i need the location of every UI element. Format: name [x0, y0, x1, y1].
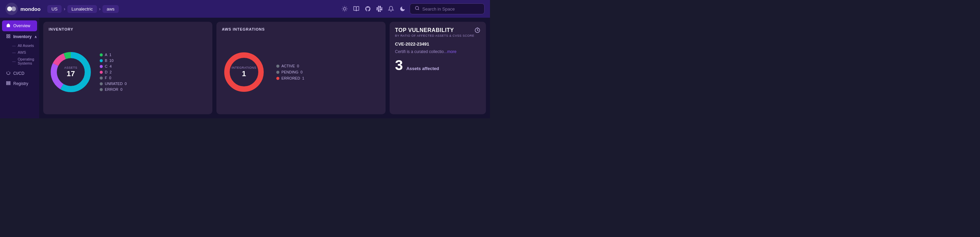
cicd-icon: [6, 71, 11, 76]
sidebar-item-cicd[interactable]: CI/CD: [2, 69, 37, 78]
legend-label-unrated: UNRATED: [105, 82, 123, 86]
aws-center-value: 1: [231, 69, 256, 78]
svg-rect-19: [6, 83, 10, 83]
sidebar-item-registry[interactable]: Registry: [2, 79, 37, 88]
breadcrumb: US › Lunalectric › aws: [47, 5, 337, 13]
aws-legend-pending: PENDING 0: [276, 70, 304, 74]
vuln-card: TOP VULNERABILITY BY RATIO OF AFFECTED A…: [390, 22, 486, 114]
svg-rect-20: [6, 84, 10, 85]
legend-label-a: A: [105, 53, 107, 57]
vuln-more-link[interactable]: ...more: [444, 49, 456, 54]
vuln-cve-id[interactable]: CVE-2022-23491: [395, 41, 480, 46]
vuln-assets-label: Assets affected: [406, 66, 439, 71]
aws-errored-count: 1: [302, 76, 304, 80]
chevron-up-icon: ∧: [34, 35, 37, 39]
home-icon: [6, 23, 11, 29]
sidebar-sub-menu: All Assets AWS Operating Systems: [0, 42, 39, 67]
legend-label-c: C: [105, 64, 108, 68]
legend-label-error: ERROR: [105, 87, 118, 91]
legend-dot-f: [100, 76, 103, 80]
sidebar-item-inventory[interactable]: Inventory ∧: [2, 32, 37, 41]
aws-label: AWS: [18, 50, 26, 54]
inventory-card-title: INVENTORY: [49, 27, 207, 31]
registry-icon: [6, 81, 11, 86]
aws-card: AWS INTEGRATIONS INTEGRATIONS 1 ACT: [216, 22, 385, 114]
search-placeholder: Search in Space: [422, 6, 455, 11]
legend-item-c: C 4: [100, 64, 127, 68]
inventory-card: INVENTORY: [43, 22, 212, 114]
donut-center-label: ASSETS: [64, 66, 78, 69]
svg-line-6: [343, 7, 343, 7]
aws-card-body: INTEGRATIONS 1 ACTIVE 0 PENDING 0: [222, 35, 380, 109]
legend-count-error: 0: [121, 87, 123, 91]
legend-item-error: ERROR 0: [100, 87, 127, 91]
bell-icon[interactable]: [388, 6, 394, 12]
legend-item-f: F 0: [100, 76, 127, 80]
aws-donut-label: INTEGRATIONS 1: [231, 66, 256, 78]
sun-icon[interactable]: [342, 6, 348, 12]
main-layout: Overview Inventory ∧ All Assets AWS Oper…: [0, 17, 490, 118]
vuln-header: TOP VULNERABILITY BY RATIO OF AFFECTED A…: [395, 27, 480, 37]
legend-dot-c: [100, 65, 103, 68]
legend-dot-d: [100, 71, 103, 74]
inventory-card-body: ASSETS 17 A 1 B 10: [49, 35, 207, 109]
legend-count-d: 2: [110, 70, 111, 74]
legend-label-b: B: [105, 59, 107, 62]
sidebar-item-aws[interactable]: AWS: [8, 49, 39, 56]
header: mondoo US › Lunalectric › aws Search: [0, 0, 490, 17]
legend-label-f: F: [105, 76, 107, 80]
aws-pending-count: 0: [301, 70, 302, 74]
sidebar-overview-label: Overview: [13, 24, 30, 28]
legend-count-a: 1: [109, 53, 111, 57]
legend-item-d: D 2: [100, 70, 127, 74]
legend-item-b: B 10: [100, 59, 127, 62]
svg-rect-15: [9, 35, 10, 36]
search-icon: [415, 6, 420, 12]
breadcrumb-sep-2: ›: [99, 6, 101, 11]
legend-dot-a: [100, 53, 103, 56]
vuln-count-row: 3 Assets affected: [395, 58, 480, 72]
aws-legend: ACTIVE 0 PENDING 0 ERRORED 1: [276, 64, 304, 80]
logo[interactable]: mondoo: [5, 3, 40, 15]
aws-dot-errored: [276, 77, 279, 80]
svg-rect-18: [6, 82, 10, 82]
legend-count-f: 0: [109, 76, 111, 80]
legend-dot-unrated: [100, 82, 103, 85]
aws-dot-active: [276, 65, 279, 68]
legend-count-c: 4: [110, 64, 111, 68]
svg-point-1: [7, 6, 12, 11]
aws-active-label: ACTIVE: [282, 64, 295, 68]
inventory-donut: ASSETS 17: [49, 50, 93, 94]
book-icon[interactable]: [353, 6, 360, 12]
cicd-label: CI/CD: [13, 71, 24, 76]
svg-line-30: [479, 29, 479, 29]
legend-count-b: 10: [109, 59, 113, 62]
slack-icon[interactable]: [376, 6, 382, 12]
vuln-title: TOP VULNERABILITY: [395, 27, 474, 33]
aws-donut: INTEGRATIONS 1: [222, 50, 266, 94]
sidebar-item-overview[interactable]: Overview: [2, 21, 37, 31]
vuln-desc-text: Certifi is a curated collectio: [395, 49, 444, 54]
sidebar-item-os[interactable]: Operating Systems: [8, 56, 39, 67]
svg-line-13: [418, 9, 419, 10]
sidebar-item-all-assets[interactable]: All Assets: [8, 42, 39, 49]
content-area: INVENTORY: [39, 17, 490, 118]
aws-errored-label: ERRORED: [282, 76, 300, 80]
all-assets-label: All Assets: [18, 43, 34, 48]
svg-point-12: [415, 6, 418, 10]
header-icons: [342, 6, 406, 12]
sidebar-inventory-label: Inventory: [13, 34, 32, 39]
moon-icon[interactable]: [399, 6, 406, 12]
github-icon[interactable]: [365, 6, 371, 12]
breadcrumb-aws[interactable]: aws: [102, 5, 118, 13]
search-bar[interactable]: Search in Space: [410, 3, 485, 14]
breadcrumb-us[interactable]: US: [47, 5, 62, 13]
aws-pending-label: PENDING: [282, 70, 298, 74]
svg-rect-14: [7, 35, 8, 36]
aws-legend-errored: ERRORED 1: [276, 76, 304, 80]
os-label: Operating Systems: [18, 57, 35, 65]
aws-active-count: 0: [297, 64, 299, 68]
breadcrumb-lunalectric[interactable]: Lunalectric: [67, 5, 97, 13]
timer-icon[interactable]: [474, 27, 480, 35]
breadcrumb-sep-1: ›: [64, 6, 65, 11]
